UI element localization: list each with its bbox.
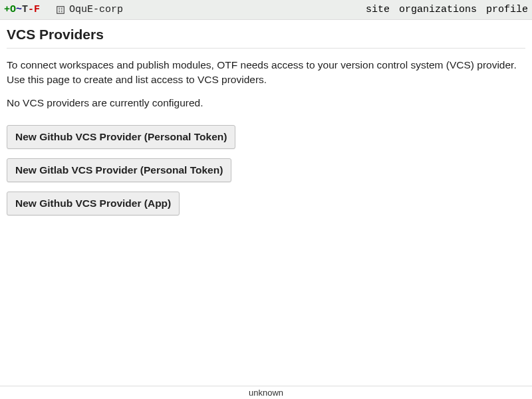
- version-label: unknown: [249, 388, 283, 398]
- logo-char: ~: [16, 4, 22, 15]
- nav-site[interactable]: site: [366, 4, 390, 15]
- nav-profile[interactable]: profile: [486, 4, 528, 15]
- new-github-app-button[interactable]: New Github VCS Provider (App): [7, 192, 180, 215]
- new-github-token-button[interactable]: New Github VCS Provider (Personal Token): [7, 125, 235, 149]
- logo-char: +: [4, 4, 10, 15]
- nav-organizations[interactable]: organizations: [399, 4, 477, 15]
- logo-char: -: [28, 4, 34, 15]
- empty-state-message: No VCS providers are currently configure…: [7, 97, 525, 109]
- main-content: VCS Providers To connect workspaces and …: [0, 20, 532, 386]
- app-logo[interactable]: +O~T-F: [4, 4, 40, 15]
- logo-char: T: [22, 4, 28, 15]
- logo-char: O: [10, 4, 16, 15]
- page-description: To connect workspaces and publish module…: [7, 58, 525, 88]
- top-nav: site organizations profile: [366, 4, 528, 15]
- svg-rect-0: [57, 6, 65, 13]
- logo-char: F: [34, 4, 40, 15]
- org-name: OquE-corp: [69, 4, 123, 15]
- org-selector[interactable]: OquE-corp: [56, 4, 123, 15]
- page-title: VCS Providers: [7, 27, 525, 49]
- new-gitlab-token-button[interactable]: New Gitlab VCS Provider (Personal Token): [7, 158, 231, 182]
- building-icon: [56, 5, 65, 15]
- header-bar: +O~T-F OquE-corp site organizations prof…: [0, 0, 532, 20]
- footer: unknown: [0, 386, 532, 399]
